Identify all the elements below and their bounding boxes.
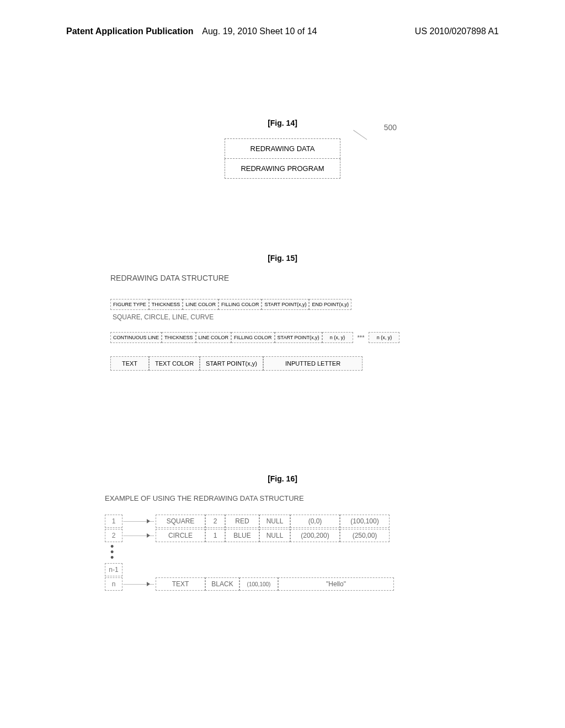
header-left: Patent Application Publication <box>66 26 194 36</box>
example-row-2: 2 CIRCLE 1 BLUE NULL (200,200) (250,00) <box>105 529 460 542</box>
row2-filling-color: FILLING COLOR <box>231 332 275 343</box>
fig15-title: REDRAWING DATA STRUCTURE <box>110 274 455 282</box>
row3-inputted-letter: INPUTTED LETTER <box>263 356 363 371</box>
callout-line <box>343 130 367 156</box>
r1-start-point: (0,0) <box>290 515 340 528</box>
vertical-dots-icon: ••• <box>110 544 460 560</box>
example-row-1: 1 SQUARE 2 RED NULL (0,0) (100,100) <box>105 515 460 528</box>
fig15-row1: FIGURE TYPE THICKNESS LINE COLOR FILLING… <box>110 299 455 310</box>
rn-type: TEXT <box>156 577 205 591</box>
fig15-row2: CONTINUOUS LINE THICKNESS LINE COLOR FIL… <box>110 332 455 343</box>
idx-nm1: n-1 <box>105 563 122 576</box>
r2-type: CIRCLE <box>156 529 205 542</box>
r1-line-color: RED <box>225 515 259 528</box>
fig15-row3: TEXT TEXT COLOR START POINT(x,y) INPUTTE… <box>110 356 455 371</box>
fig16-title: EXAMPLE OF USING THE REDRAWING DATA STRU… <box>105 494 460 502</box>
redrawing-program-box: REDRAWING PROGRAM <box>225 159 340 179</box>
rn-start-point: (100,100) <box>239 577 278 591</box>
r1-fill-color: NULL <box>259 515 290 528</box>
row1-end-point: END POINT(x,y) <box>309 299 351 310</box>
r1-end-point: (100,100) <box>340 515 390 528</box>
fig14-label: [Fig. 14] <box>0 119 565 127</box>
idx-2: 2 <box>105 529 122 542</box>
row1-filling-color: FILLING COLOR <box>218 299 262 310</box>
row2-line-color: LINE COLOR <box>196 332 232 343</box>
idx-row-nm1: n-1 <box>105 563 460 576</box>
row3-start-point: START POINT(x,y) <box>200 356 263 371</box>
r1-type: SQUARE <box>156 515 205 528</box>
row2-n2: n (x, y) <box>369 332 399 343</box>
r2-fill-color: NULL <box>259 529 290 542</box>
idx-n: n <box>105 577 122 591</box>
fig15-label: [Fig. 15] <box>0 254 565 263</box>
header-center: Aug. 19, 2010 Sheet 10 of 14 <box>202 26 317 36</box>
row2-thickness: THICKNESS <box>162 332 196 343</box>
fig16-label: [Fig. 16] <box>0 474 565 483</box>
r2-thickness: 1 <box>205 529 225 542</box>
callout-number: 500 <box>384 123 397 132</box>
fig14-diagram: 500 REDRAWING DATA REDRAWING PROGRAM <box>0 138 565 179</box>
rn-letter: "Hello" <box>278 577 394 591</box>
row1-subcaption: SQUARE, CIRCLE, LINE, CURVE <box>113 313 455 321</box>
example-row-n: n TEXT BLACK (100,100) "Hello" <box>105 577 460 591</box>
row1-figure-type: FIGURE TYPE <box>110 299 149 310</box>
fig15: [Fig. 15] REDRAWING DATA STRUCTURE FIGUR… <box>0 254 565 374</box>
row2-continuous-line: CONTINUOUS LINE <box>110 332 162 343</box>
row3-text: TEXT <box>110 356 149 371</box>
idx-1: 1 <box>105 515 122 528</box>
row3-text-color: TEXT COLOR <box>149 356 200 371</box>
fig14: [Fig. 14] 500 REDRAWING DATA REDRAWING P… <box>0 119 565 179</box>
fig16: [Fig. 16] EXAMPLE OF USING THE REDRAWING… <box>0 474 565 592</box>
redrawing-data-box: REDRAWING DATA <box>225 138 340 159</box>
r2-line-color: BLUE <box>225 529 259 542</box>
row2-n1: n (x, y) <box>322 332 353 343</box>
row1-thickness: THICKNESS <box>149 299 183 310</box>
r2-end-point: (250,00) <box>340 529 390 542</box>
rn-color: BLACK <box>205 577 239 591</box>
page-header: Patent Application Publication Aug. 19, … <box>0 26 565 36</box>
r2-start-point: (200,200) <box>290 529 340 542</box>
row1-start-point: START POINT(x,y) <box>262 299 309 310</box>
header-right: US 2010/0207898 A1 <box>415 26 499 36</box>
r1-thickness: 2 <box>205 515 225 528</box>
row2-dots: *** <box>353 334 369 341</box>
row2-start-point: START POINT(x,y) <box>275 332 322 343</box>
row1-line-color: LINE COLOR <box>183 299 218 310</box>
